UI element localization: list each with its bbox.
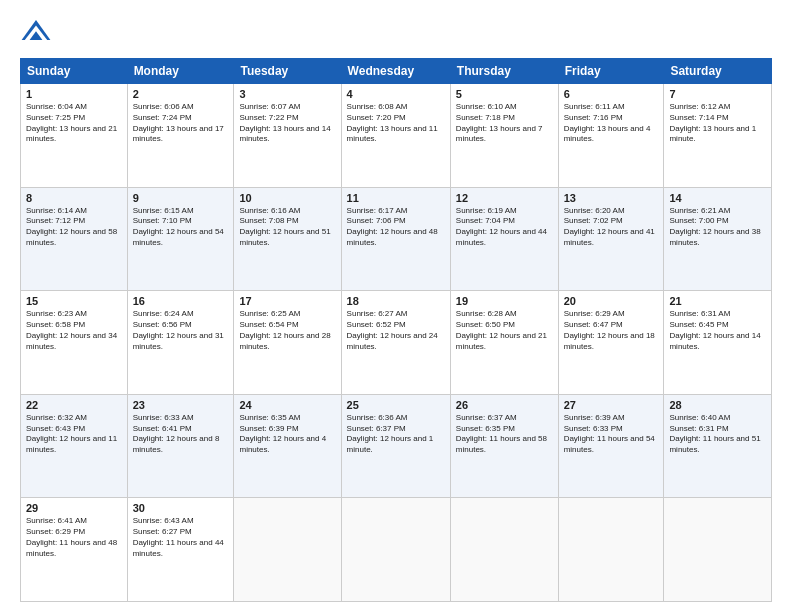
day-number: 2 [133,88,229,100]
calendar-week-1: 1Sunrise: 6:04 AMSunset: 7:25 PMDaylight… [21,84,772,188]
calendar-cell: 8Sunrise: 6:14 AMSunset: 7:12 PMDaylight… [21,187,128,291]
day-number: 1 [26,88,122,100]
cell-content: Sunrise: 6:28 AMSunset: 6:50 PMDaylight:… [456,309,553,352]
day-number: 26 [456,399,553,411]
calendar-cell: 19Sunrise: 6:28 AMSunset: 6:50 PMDayligh… [450,291,558,395]
calendar-cell: 2Sunrise: 6:06 AMSunset: 7:24 PMDaylight… [127,84,234,188]
day-number: 11 [347,192,445,204]
calendar-cell: 14Sunrise: 6:21 AMSunset: 7:00 PMDayligh… [664,187,772,291]
cell-content: Sunrise: 6:08 AMSunset: 7:20 PMDaylight:… [347,102,445,145]
calendar-cell: 10Sunrise: 6:16 AMSunset: 7:08 PMDayligh… [234,187,341,291]
day-number: 12 [456,192,553,204]
day-number: 4 [347,88,445,100]
calendar-week-2: 8Sunrise: 6:14 AMSunset: 7:12 PMDaylight… [21,187,772,291]
header-saturday: Saturday [664,59,772,84]
cell-content: Sunrise: 6:35 AMSunset: 6:39 PMDaylight:… [239,413,335,456]
cell-content: Sunrise: 6:31 AMSunset: 6:45 PMDaylight:… [669,309,766,352]
calendar-cell: 17Sunrise: 6:25 AMSunset: 6:54 PMDayligh… [234,291,341,395]
calendar-cell: 25Sunrise: 6:36 AMSunset: 6:37 PMDayligh… [341,394,450,498]
day-number: 6 [564,88,659,100]
calendar-cell: 13Sunrise: 6:20 AMSunset: 7:02 PMDayligh… [558,187,664,291]
calendar-cell: 15Sunrise: 6:23 AMSunset: 6:58 PMDayligh… [21,291,128,395]
cell-content: Sunrise: 6:23 AMSunset: 6:58 PMDaylight:… [26,309,122,352]
day-number: 9 [133,192,229,204]
day-number: 30 [133,502,229,514]
day-number: 3 [239,88,335,100]
day-number: 28 [669,399,766,411]
calendar-cell: 16Sunrise: 6:24 AMSunset: 6:56 PMDayligh… [127,291,234,395]
day-number: 5 [456,88,553,100]
cell-content: Sunrise: 6:04 AMSunset: 7:25 PMDaylight:… [26,102,122,145]
calendar-cell: 30Sunrise: 6:43 AMSunset: 6:27 PMDayligh… [127,498,234,602]
cell-content: Sunrise: 6:27 AMSunset: 6:52 PMDaylight:… [347,309,445,352]
header-friday: Friday [558,59,664,84]
cell-content: Sunrise: 6:11 AMSunset: 7:16 PMDaylight:… [564,102,659,145]
cell-content: Sunrise: 6:19 AMSunset: 7:04 PMDaylight:… [456,206,553,249]
header-wednesday: Wednesday [341,59,450,84]
day-number: 29 [26,502,122,514]
cell-content: Sunrise: 6:43 AMSunset: 6:27 PMDaylight:… [133,516,229,559]
calendar-cell: 28Sunrise: 6:40 AMSunset: 6:31 PMDayligh… [664,394,772,498]
cell-content: Sunrise: 6:32 AMSunset: 6:43 PMDaylight:… [26,413,122,456]
cell-content: Sunrise: 6:36 AMSunset: 6:37 PMDaylight:… [347,413,445,456]
calendar-cell: 12Sunrise: 6:19 AMSunset: 7:04 PMDayligh… [450,187,558,291]
calendar-cell: 7Sunrise: 6:12 AMSunset: 7:14 PMDaylight… [664,84,772,188]
header-monday: Monday [127,59,234,84]
cell-content: Sunrise: 6:20 AMSunset: 7:02 PMDaylight:… [564,206,659,249]
logo-icon [20,16,52,48]
day-number: 14 [669,192,766,204]
cell-content: Sunrise: 6:06 AMSunset: 7:24 PMDaylight:… [133,102,229,145]
day-number: 10 [239,192,335,204]
day-number: 7 [669,88,766,100]
cell-content: Sunrise: 6:37 AMSunset: 6:35 PMDaylight:… [456,413,553,456]
calendar-week-4: 22Sunrise: 6:32 AMSunset: 6:43 PMDayligh… [21,394,772,498]
calendar-cell [664,498,772,602]
cell-content: Sunrise: 6:16 AMSunset: 7:08 PMDaylight:… [239,206,335,249]
calendar-week-3: 15Sunrise: 6:23 AMSunset: 6:58 PMDayligh… [21,291,772,395]
calendar-cell: 4Sunrise: 6:08 AMSunset: 7:20 PMDaylight… [341,84,450,188]
calendar-cell [234,498,341,602]
day-number: 24 [239,399,335,411]
calendar-cell: 27Sunrise: 6:39 AMSunset: 6:33 PMDayligh… [558,394,664,498]
cell-content: Sunrise: 6:21 AMSunset: 7:00 PMDaylight:… [669,206,766,249]
cell-content: Sunrise: 6:14 AMSunset: 7:12 PMDaylight:… [26,206,122,249]
calendar-cell: 21Sunrise: 6:31 AMSunset: 6:45 PMDayligh… [664,291,772,395]
day-number: 23 [133,399,229,411]
cell-content: Sunrise: 6:07 AMSunset: 7:22 PMDaylight:… [239,102,335,145]
cell-content: Sunrise: 6:10 AMSunset: 7:18 PMDaylight:… [456,102,553,145]
day-number: 20 [564,295,659,307]
calendar-cell: 22Sunrise: 6:32 AMSunset: 6:43 PMDayligh… [21,394,128,498]
calendar-cell: 20Sunrise: 6:29 AMSunset: 6:47 PMDayligh… [558,291,664,395]
header-tuesday: Tuesday [234,59,341,84]
calendar-cell: 9Sunrise: 6:15 AMSunset: 7:10 PMDaylight… [127,187,234,291]
calendar-cell: 23Sunrise: 6:33 AMSunset: 6:41 PMDayligh… [127,394,234,498]
day-number: 8 [26,192,122,204]
header-thursday: Thursday [450,59,558,84]
cell-content: Sunrise: 6:24 AMSunset: 6:56 PMDaylight:… [133,309,229,352]
day-number: 17 [239,295,335,307]
cell-content: Sunrise: 6:29 AMSunset: 6:47 PMDaylight:… [564,309,659,352]
day-number: 16 [133,295,229,307]
day-number: 21 [669,295,766,307]
cell-content: Sunrise: 6:25 AMSunset: 6:54 PMDaylight:… [239,309,335,352]
calendar-cell [341,498,450,602]
day-number: 18 [347,295,445,307]
header-sunday: Sunday [21,59,128,84]
calendar-cell: 24Sunrise: 6:35 AMSunset: 6:39 PMDayligh… [234,394,341,498]
calendar-cell: 29Sunrise: 6:41 AMSunset: 6:29 PMDayligh… [21,498,128,602]
calendar-cell: 1Sunrise: 6:04 AMSunset: 7:25 PMDaylight… [21,84,128,188]
cell-content: Sunrise: 6:40 AMSunset: 6:31 PMDaylight:… [669,413,766,456]
cell-content: Sunrise: 6:12 AMSunset: 7:14 PMDaylight:… [669,102,766,145]
day-number: 22 [26,399,122,411]
calendar-cell [558,498,664,602]
cell-content: Sunrise: 6:33 AMSunset: 6:41 PMDaylight:… [133,413,229,456]
cell-content: Sunrise: 6:39 AMSunset: 6:33 PMDaylight:… [564,413,659,456]
calendar-cell: 11Sunrise: 6:17 AMSunset: 7:06 PMDayligh… [341,187,450,291]
cell-content: Sunrise: 6:41 AMSunset: 6:29 PMDaylight:… [26,516,122,559]
calendar-cell [450,498,558,602]
day-number: 15 [26,295,122,307]
page-header [20,16,772,48]
day-number: 25 [347,399,445,411]
calendar-cell: 5Sunrise: 6:10 AMSunset: 7:18 PMDaylight… [450,84,558,188]
calendar-week-5: 29Sunrise: 6:41 AMSunset: 6:29 PMDayligh… [21,498,772,602]
